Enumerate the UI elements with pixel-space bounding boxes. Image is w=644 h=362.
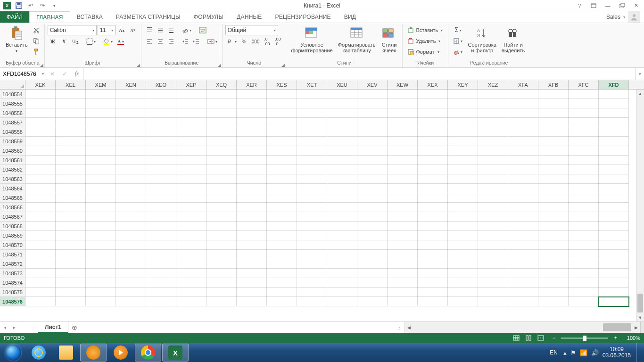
cell[interactable]	[116, 259, 146, 269]
cell[interactable]	[297, 146, 327, 156]
cell[interactable]	[388, 193, 418, 203]
undo-button[interactable]: ↶	[25, 0, 36, 11]
cell[interactable]	[538, 146, 569, 156]
cell[interactable]	[267, 108, 297, 118]
cell[interactable]	[478, 259, 508, 269]
format-as-table-button[interactable]: Форматировать как таблицу	[336, 25, 378, 54]
vertical-scrollbar[interactable]: ▲ ▼	[636, 90, 644, 321]
cell[interactable]	[508, 250, 538, 259]
scroll-left-arrow[interactable]: ◀	[405, 322, 413, 333]
cell[interactable]	[448, 278, 478, 288]
column-header[interactable]: XEZ	[478, 80, 508, 89]
cell[interactable]	[176, 165, 206, 174]
cell[interactable]	[116, 288, 146, 297]
taskbar-clock[interactable]: 10:09 03.06.2015	[603, 346, 631, 359]
cell[interactable]	[327, 184, 357, 193]
tray-show-hidden-icon[interactable]: ▴	[563, 349, 567, 356]
cell[interactable]	[508, 240, 538, 250]
save-button[interactable]	[14, 0, 24, 11]
cell[interactable]	[56, 250, 86, 259]
cell[interactable]	[206, 184, 237, 193]
cell[interactable]	[267, 127, 297, 137]
cell[interactable]	[569, 222, 599, 231]
cell[interactable]	[206, 137, 237, 146]
number-format-combo[interactable]: Общий	[225, 25, 278, 35]
column-header[interactable]: XFC	[569, 80, 599, 89]
cell[interactable]	[478, 193, 508, 203]
cell[interactable]	[206, 108, 237, 118]
cell[interactable]	[569, 184, 599, 193]
sort-filter-button[interactable]: АЯ Сортировка и фильтр	[466, 25, 498, 54]
cell[interactable]	[388, 212, 418, 222]
column-header[interactable]: XEW	[388, 80, 418, 89]
cell[interactable]	[25, 184, 56, 193]
tab-file[interactable]: ФАЙЛ	[0, 11, 29, 23]
cell[interactable]	[388, 297, 418, 306]
cell[interactable]	[25, 156, 56, 165]
cell[interactable]	[56, 231, 86, 240]
cell[interactable]	[86, 165, 116, 174]
cell[interactable]	[297, 259, 327, 269]
cell[interactable]	[569, 259, 599, 269]
cell[interactable]	[146, 231, 176, 240]
cell[interactable]	[508, 137, 538, 146]
cell[interactable]	[146, 250, 176, 259]
row-header[interactable]: 1048558	[0, 127, 25, 137]
row-header[interactable]: 1048568	[0, 222, 25, 231]
cell[interactable]	[267, 278, 297, 288]
cell[interactable]	[478, 231, 508, 240]
cell[interactable]	[478, 146, 508, 156]
cell[interactable]	[237, 269, 267, 278]
cell[interactable]	[448, 231, 478, 240]
cell[interactable]	[357, 212, 388, 222]
cell[interactable]	[327, 288, 357, 297]
cell[interactable]	[327, 297, 357, 306]
cell[interactable]	[478, 99, 508, 108]
cell[interactable]	[267, 137, 297, 146]
cell[interactable]	[599, 193, 629, 203]
cell[interactable]	[237, 137, 267, 146]
cell[interactable]	[327, 99, 357, 108]
cell[interactable]	[297, 99, 327, 108]
cell[interactable]	[418, 118, 448, 127]
taskbar-chrome[interactable]	[135, 344, 161, 362]
tab-insert[interactable]: ВСТАВКА	[70, 11, 109, 23]
comma-format-button[interactable]: 000	[250, 36, 262, 47]
cell[interactable]	[478, 288, 508, 297]
cell[interactable]	[297, 137, 327, 146]
input-language[interactable]: EN	[548, 349, 560, 356]
cell[interactable]	[146, 99, 176, 108]
cell[interactable]	[538, 212, 569, 222]
cell[interactable]	[508, 156, 538, 165]
cell[interactable]	[86, 288, 116, 297]
cell[interactable]	[599, 118, 629, 127]
cell[interactable]	[116, 212, 146, 222]
cell[interactable]	[267, 231, 297, 240]
cell[interactable]	[176, 184, 206, 193]
cell[interactable]	[599, 297, 629, 306]
zoom-slider[interactable]	[561, 337, 608, 339]
cell[interactable]	[237, 193, 267, 203]
cell[interactable]	[56, 203, 86, 212]
tab-formulas[interactable]: ФОРМУЛЫ	[187, 11, 230, 23]
cell[interactable]	[418, 193, 448, 203]
tab-page-layout[interactable]: РАЗМЕТКА СТРАНИЦЫ	[109, 11, 187, 23]
cell[interactable]	[25, 193, 56, 203]
cell[interactable]	[327, 156, 357, 165]
column-header[interactable]: XEX	[418, 80, 448, 89]
cell[interactable]	[56, 165, 86, 174]
cell[interactable]	[56, 297, 86, 306]
cell[interactable]	[25, 259, 56, 269]
cell[interactable]	[327, 250, 357, 259]
cell[interactable]	[538, 222, 569, 231]
cell[interactable]	[146, 137, 176, 146]
cell[interactable]	[327, 108, 357, 118]
cell[interactable]	[599, 278, 629, 288]
fill-color-button[interactable]	[101, 36, 115, 47]
cell[interactable]	[206, 297, 237, 306]
cell[interactable]	[508, 212, 538, 222]
tab-view[interactable]: ВИД	[338, 11, 363, 23]
cell[interactable]	[116, 193, 146, 203]
cell[interactable]	[357, 99, 388, 108]
cell[interactable]	[267, 193, 297, 203]
